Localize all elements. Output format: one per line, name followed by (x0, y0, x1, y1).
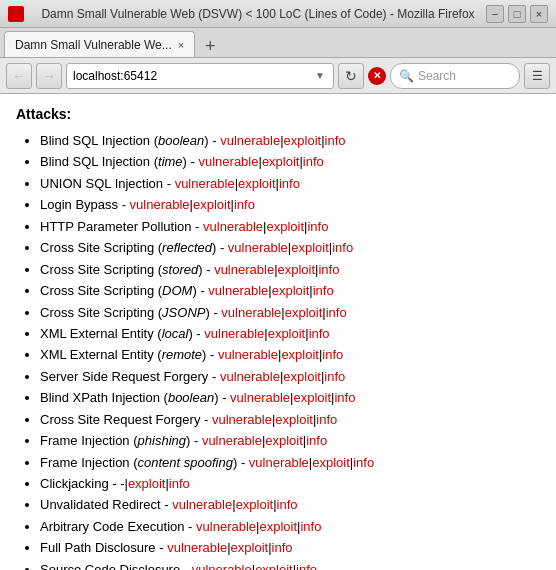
maximize-button[interactable]: □ (508, 5, 526, 23)
exploit-link[interactable]: exploit (238, 176, 276, 191)
list-item: Frame Injection (content spoofing) - vul… (40, 452, 540, 473)
exploit-link[interactable]: exploit (291, 240, 329, 255)
list-item: Frame Injection (phishing) - vulnerable|… (40, 430, 540, 451)
exploit-link[interactable]: exploit (283, 369, 321, 384)
info-link[interactable]: info (306, 433, 327, 448)
info-link[interactable]: info (169, 476, 190, 491)
reload-button[interactable]: ↻ (338, 63, 364, 89)
list-item: Cross Site Scripting (reflected) - vulne… (40, 237, 540, 258)
list-item: Blind SQL Injection (boolean) - vulnerab… (40, 130, 540, 151)
close-button[interactable]: × (530, 5, 548, 23)
attacks-title: Attacks: (16, 106, 540, 122)
vulnerable-link[interactable]: vulnerable (175, 176, 235, 191)
active-tab[interactable]: Damn Small Vulnerable We... × (4, 31, 195, 57)
list-item: Login Bypass - vulnerable|exploit|info (40, 194, 540, 215)
info-link[interactable]: info (318, 262, 339, 277)
exploit-link[interactable]: exploit (285, 305, 323, 320)
info-link[interactable]: info (309, 326, 330, 341)
exploit-link[interactable]: exploit (259, 519, 297, 534)
back-button[interactable]: ← (6, 63, 32, 89)
exploit-link[interactable]: exploit (293, 390, 331, 405)
info-link[interactable]: info (303, 154, 324, 169)
info-link[interactable]: info (332, 240, 353, 255)
vulnerable-link[interactable]: vulnerable (230, 390, 290, 405)
exploit-link[interactable]: exploit (312, 455, 350, 470)
vulnerable-link[interactable]: vulnerable (221, 305, 281, 320)
search-bar[interactable]: 🔍 Search (390, 63, 520, 89)
exploit-link[interactable]: exploit (278, 262, 316, 277)
vulnerable-link[interactable]: vulnerable (220, 369, 280, 384)
exploit-link[interactable]: exploit (236, 497, 274, 512)
italic-text: stored (162, 262, 198, 277)
navbar: ← → localhost:65412 ▼ ↻ ✕ 🔍 Search ☰ (0, 58, 556, 94)
exploit-link[interactable]: exploit (284, 133, 322, 148)
tab-close-button[interactable]: × (178, 39, 184, 51)
address-dropdown-icon[interactable]: ▼ (313, 68, 327, 83)
list-item: Source Code Disclosure - vulnerable|expl… (40, 559, 540, 570)
forward-button[interactable]: → (36, 63, 62, 89)
italic-text: local (162, 326, 189, 341)
stop-button[interactable]: ✕ (368, 67, 386, 85)
info-link[interactable]: info (279, 176, 300, 191)
tab-label: Damn Small Vulnerable We... (15, 38, 172, 52)
vulnerable-link[interactable]: vulnerable (198, 154, 258, 169)
vulnerable-link[interactable]: vulnerable (220, 133, 280, 148)
vulnerable-link[interactable]: vulnerable (208, 283, 268, 298)
vulnerable-link[interactable]: vulnerable (167, 540, 227, 555)
info-link[interactable]: info (277, 497, 298, 512)
vulnerable-link[interactable]: vulnerable (214, 262, 274, 277)
vulnerable-link[interactable]: vulnerable (204, 326, 264, 341)
info-link[interactable]: info (324, 369, 345, 384)
italic-text: DOM (162, 283, 192, 298)
exploit-link[interactable]: exploit (231, 540, 269, 555)
info-link[interactable]: info (307, 219, 328, 234)
info-link[interactable]: info (325, 133, 346, 148)
vulnerable-link[interactable]: vulnerable (196, 519, 256, 534)
exploit-link[interactable]: exploit (275, 412, 313, 427)
info-link[interactable]: info (316, 412, 337, 427)
exploit-link[interactable]: exploit (193, 197, 231, 212)
tabbar: Damn Small Vulnerable We... × + (0, 28, 556, 58)
italic-text: content spoofing (138, 455, 233, 470)
list-item: Unvalidated Redirect - vulnerable|exploi… (40, 494, 540, 515)
list-item: XML External Entity (local) - vulnerable… (40, 323, 540, 344)
vulnerable-link[interactable]: vulnerable (212, 412, 272, 427)
minimize-button[interactable]: − (486, 5, 504, 23)
vulnerable-link[interactable]: vulnerable (172, 497, 232, 512)
exploit-link[interactable]: exploit (272, 283, 310, 298)
info-link[interactable]: info (353, 455, 374, 470)
menu-button[interactable]: ☰ (524, 63, 550, 89)
vulnerable-link[interactable]: vulnerable (228, 240, 288, 255)
list-item: Blind SQL Injection (time) - vulnerable|… (40, 151, 540, 172)
info-link[interactable]: info (322, 347, 343, 362)
list-item: Full Path Disclosure - vulnerable|exploi… (40, 537, 540, 558)
exploit-link[interactable]: exploit (266, 219, 304, 234)
vulnerable-link[interactable]: vulnerable (203, 219, 263, 234)
vulnerable-link[interactable]: vulnerable (202, 433, 262, 448)
exploit-link[interactable]: exploit (262, 154, 300, 169)
info-link[interactable]: info (326, 305, 347, 320)
browser-icon (8, 6, 24, 22)
vulnerable-link[interactable]: vulnerable (192, 562, 252, 570)
address-bar[interactable]: localhost:65412 ▼ (66, 63, 334, 89)
info-link[interactable]: info (272, 540, 293, 555)
info-link[interactable]: info (334, 390, 355, 405)
attack-list: Blind SQL Injection (boolean) - vulnerab… (16, 130, 540, 570)
list-item: Cross Site Request Forgery - vulnerable|… (40, 409, 540, 430)
info-link[interactable]: info (296, 562, 317, 570)
info-link[interactable]: info (234, 197, 255, 212)
exploit-link[interactable]: exploit (128, 476, 166, 491)
vulnerable-link[interactable]: vulnerable (249, 455, 309, 470)
exploit-link[interactable]: exploit (265, 433, 303, 448)
exploit-link[interactable]: exploit (281, 347, 319, 362)
vulnerable-link[interactable]: vulnerable (218, 347, 278, 362)
list-item: Clickjacking - -|exploit|info (40, 473, 540, 494)
info-link[interactable]: info (300, 519, 321, 534)
info-link[interactable]: info (313, 283, 334, 298)
exploit-link[interactable]: exploit (268, 326, 306, 341)
list-item: Cross Site Scripting (stored) - vulnerab… (40, 259, 540, 280)
address-text: localhost:65412 (73, 69, 313, 83)
vulnerable-link[interactable]: vulnerable (130, 197, 190, 212)
new-tab-button[interactable]: + (199, 35, 221, 57)
exploit-link[interactable]: exploit (255, 562, 293, 570)
